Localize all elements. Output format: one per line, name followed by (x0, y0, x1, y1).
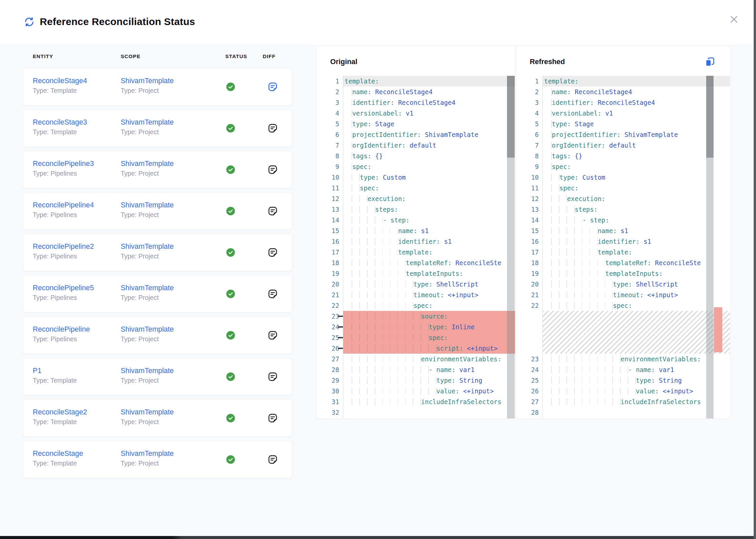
table-row: P1 Type: Template ShivamTemplate Type: P… (23, 359, 292, 395)
scope-link[interactable]: ShivamTemplate (121, 241, 174, 251)
close-button[interactable] (729, 14, 739, 25)
scope-link[interactable]: ShivamTemplate (121, 283, 174, 293)
diff-note-icon[interactable] (267, 454, 278, 465)
code-line: 3 identifier: ReconcileStage4 (317, 97, 515, 108)
scope-cell: ShivamTemplate Type: Project (121, 448, 174, 468)
diff-note-icon[interactable] (267, 330, 278, 341)
code-line: 13 steps: (516, 204, 730, 215)
entity-link[interactable]: ReconcilePipeline2 (33, 241, 94, 251)
page-title: Reference Reconciliation Status (40, 16, 195, 27)
code-line: 2 name: ReconcileStage4 (516, 86, 730, 97)
entity-link[interactable]: ReconcileStage (33, 448, 83, 459)
reconciliation-table: ReconcileStage4 Type: Template ShivamTem… (23, 69, 292, 483)
refreshed-panel: Refreshed 1template:2 name: ReconcileSta… (516, 46, 730, 418)
code-line: 17 template: (516, 247, 730, 257)
code-line: 28 (516, 407, 730, 418)
entity-link[interactable]: ReconcileStage3 (33, 117, 87, 127)
code-line: 19 templateInputs: (516, 268, 730, 279)
code-line: 4 versionLabel: v1 (516, 108, 730, 119)
entity-link[interactable]: ReconcilePipeline (33, 324, 90, 334)
scope-cell: ShivamTemplate Type: Project (121, 407, 174, 427)
entity-link[interactable]: ReconcileStage2 (33, 407, 87, 417)
diff-note-icon[interactable] (267, 81, 278, 92)
entity-cell: ReconcilePipeline Type: Pipelines (33, 324, 90, 344)
code-line: 16 identifier: s1 (516, 236, 730, 247)
code-line: 17 template: (317, 247, 515, 257)
refreshed-scrollbar[interactable] (706, 76, 714, 418)
code-line: 12 execution: (516, 193, 730, 204)
diff-note-icon[interactable] (267, 123, 278, 134)
diff-note-icon[interactable] (267, 206, 278, 216)
diff-note-icon[interactable] (267, 164, 278, 175)
scope-cell: ShivamTemplate Type: Project (121, 76, 174, 96)
entity-cell: ReconcileStage3 Type: Template (33, 117, 87, 137)
refreshed-code-editor[interactable]: 1template:2 name: ReconcileStage43 ident… (516, 76, 730, 418)
copy-button[interactable] (704, 56, 715, 67)
window-bottom-bar (0, 536, 756, 539)
code-line: 21 timeout: <+input> (516, 290, 730, 300)
code-line: 5 type: Stage (516, 119, 730, 129)
entity-type-label: Type: Pipelines (33, 169, 94, 178)
close-icon (729, 14, 739, 25)
diff-note-icon[interactable] (267, 289, 278, 299)
code-line: 9 spec: (317, 161, 515, 172)
code-line: 7 orgIdentifier: default (516, 140, 730, 151)
scope-link[interactable]: ShivamTemplate (121, 407, 174, 417)
entity-type-label: Type: Template (33, 376, 77, 385)
entity-cell: P1 Type: Template (33, 366, 77, 385)
scope-cell: ShivamTemplate Type: Project (121, 117, 174, 137)
original-scrollbar-thumb[interactable] (507, 76, 515, 158)
entity-cell: ReconcileStage Type: Template (33, 448, 83, 468)
code-line: 28 - name: var1 (317, 364, 515, 375)
column-header-entity: ENTITY (33, 53, 53, 59)
status-success-icon (226, 455, 235, 464)
code-line: 18 templateRef: ReconcileSte (516, 257, 730, 268)
code-line: 14 - step: (516, 215, 730, 225)
scope-cell: ShivamTemplate Type: Project (121, 366, 174, 385)
scope-link[interactable]: ShivamTemplate (121, 324, 174, 334)
scope-cell: ShivamTemplate Type: Project (121, 200, 174, 220)
code-line: 24 type: Inline (317, 322, 515, 332)
code-line: 10 type: Custom (317, 172, 515, 183)
scope-cell: ShivamTemplate Type: Project (121, 324, 174, 344)
scope-link[interactable]: ShivamTemplate (121, 448, 174, 459)
refreshed-scrollbar-thumb[interactable] (706, 76, 714, 158)
code-line: 8 tags: {} (516, 151, 730, 161)
code-line: 25 type: String (516, 375, 730, 386)
status-success-icon (226, 82, 235, 92)
diff-note-icon[interactable] (267, 247, 278, 258)
entity-link[interactable]: P1 (33, 366, 77, 376)
diff-note-icon[interactable] (267, 371, 278, 382)
scope-type-label: Type: Project (121, 127, 174, 137)
scope-link[interactable]: ShivamTemplate (121, 366, 174, 376)
code-line: 20 type: ShellScript (516, 279, 730, 290)
status-success-icon (226, 206, 235, 216)
scope-type-label: Type: Project (121, 334, 174, 344)
code-line: 16 identifier: s1 (317, 236, 515, 247)
entity-link[interactable]: ReconcilePipeline3 (33, 159, 94, 169)
scope-link[interactable]: ShivamTemplate (121, 159, 174, 169)
scope-link[interactable]: ShivamTemplate (121, 117, 174, 127)
code-line: 2 name: ReconcileStage4 (317, 86, 515, 97)
diff-note-icon[interactable] (267, 413, 278, 423)
code-line: 27 includeInfraSelectors (516, 396, 730, 407)
entity-cell: ReconcilePipeline5 Type: Pipelines (33, 283, 94, 303)
scope-link[interactable]: ShivamTemplate (121, 200, 174, 210)
code-line: 5 type: Stage (317, 119, 515, 129)
scope-link[interactable]: ShivamTemplate (121, 76, 174, 86)
code-line: 6 projectIdentifier: ShivamTemplate (516, 129, 730, 140)
code-line: 3 identifier: ReconcileStage4 (516, 97, 730, 108)
entity-link[interactable]: ReconcilePipeline5 (33, 283, 94, 293)
refreshed-panel-header: Refreshed (516, 46, 730, 76)
scope-cell: ShivamTemplate Type: Project (121, 241, 174, 261)
scope-cell: ShivamTemplate Type: Project (121, 159, 174, 178)
status-success-icon (226, 331, 235, 340)
code-line: 7 orgIdentifier: default (317, 140, 515, 151)
entity-link[interactable]: ReconcilePipeline4 (33, 200, 94, 210)
table-row: ReconcilePipeline3 Type: Pipelines Shiva… (23, 152, 292, 188)
entity-link[interactable]: ReconcileStage4 (33, 76, 87, 86)
original-code-editor[interactable]: 1template:2 name: ReconcileStage43 ident… (317, 76, 515, 418)
status-success-icon (226, 372, 235, 381)
original-scrollbar[interactable] (507, 76, 515, 418)
scope-type-label: Type: Project (121, 86, 174, 96)
